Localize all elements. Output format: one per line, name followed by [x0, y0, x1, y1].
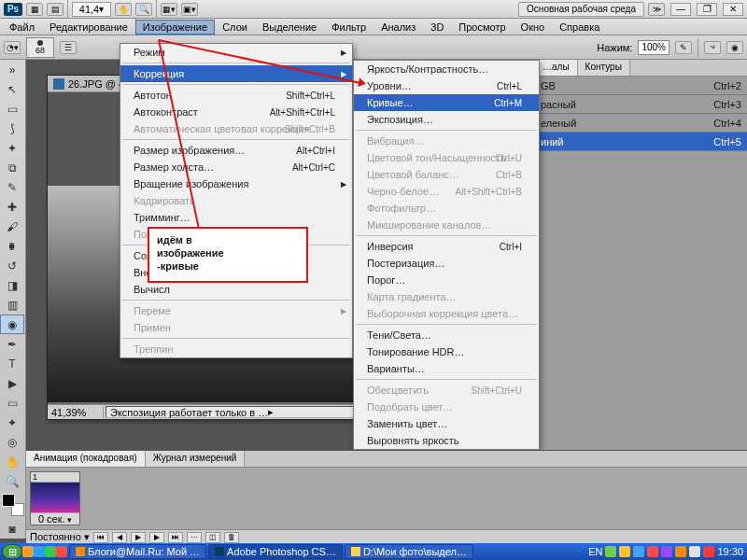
menu-window[interactable]: Окно	[514, 20, 553, 35]
menu-autocontrast[interactable]: АвтоконтрастAlt+Shift+Ctrl+L	[120, 104, 352, 120]
tween-button[interactable]: ⋯	[187, 532, 202, 543]
menu-hdrtoning[interactable]: Тонирование HDR…	[354, 343, 539, 360]
menu-brightcontrast[interactable]: Яркость/Контрастность…	[354, 61, 539, 77]
bridge-button[interactable]: ▦	[26, 3, 43, 16]
path-select-tool[interactable]: ▶	[0, 373, 24, 393]
menu-invert[interactable]: ИнверсияCtrl+I	[354, 238, 539, 255]
menu-autocolor[interactable]: Автоматическая цветовая коррекцияShift+C…	[120, 120, 352, 137]
tray-icon[interactable]	[633, 546, 644, 557]
crop-tool[interactable]: ⧉	[0, 158, 24, 177]
menu-photofilter[interactable]: Фотофильтр…	[354, 200, 539, 217]
stamp-tool[interactable]: ⧯	[0, 236, 24, 256]
dodge-tool[interactable]: ◉	[0, 315, 24, 334]
menu-equalize[interactable]: Выровнять яркость	[354, 432, 539, 449]
menu-calculations[interactable]: Вычисл	[120, 281, 352, 298]
frame-time[interactable]: 0 сек. ▾	[31, 512, 79, 525]
start-button[interactable]: ⊞	[2, 544, 22, 559]
hand-tool-button[interactable]: ✋	[115, 3, 132, 16]
menu-levels[interactable]: Уровни…Ctrl+L	[354, 77, 539, 94]
pressure-field[interactable]: 100%	[638, 40, 669, 55]
menu-exposure[interactable]: Экспозиция…	[354, 111, 539, 128]
gradient-tool[interactable]: ▥	[0, 295, 24, 315]
zoom-field[interactable]: 41,39%	[48, 407, 104, 418]
hand-tool[interactable]: ✋	[0, 452, 24, 471]
tray-icon[interactable]	[675, 546, 686, 557]
menu-canvassize[interactable]: Размер холста…Alt+Ctrl+C	[120, 159, 352, 175]
menu-gradientmap[interactable]: Карта градиента…	[354, 288, 539, 305]
zoom-tool-button[interactable]: 🔍	[135, 3, 152, 16]
menu-select[interactable]: Выделение	[255, 20, 324, 35]
menu-blackwhite[interactable]: Черно-белое…Alt+Shift+Ctrl+B	[354, 183, 539, 200]
tray-icon[interactable]	[619, 546, 630, 557]
menu-applydataset[interactable]: Примен	[120, 319, 352, 336]
menu-variables[interactable]: Переме	[120, 302, 352, 319]
3d-camera-tool[interactable]: ◎	[0, 432, 24, 452]
menu-help[interactable]: Справка	[552, 20, 607, 35]
workspace-switcher[interactable]: Основная рабочая среда	[518, 2, 644, 17]
taskbar-item[interactable]: D:\Мои фото\выдел…	[345, 544, 473, 559]
prev-frame-button[interactable]: ◀	[112, 532, 127, 543]
maximize-button[interactable]: ❐	[697, 3, 717, 16]
close-button[interactable]: ✕	[723, 3, 743, 16]
shape-tool[interactable]: ▭	[0, 393, 24, 413]
lasso-tool[interactable]: ⟆	[0, 119, 24, 138]
menu-desaturate[interactable]: ОбесцветитьShift+Ctrl+U	[354, 382, 539, 399]
menu-rotate[interactable]: Вращение изображения	[120, 175, 352, 192]
eraser-tool[interactable]: ◨	[0, 275, 24, 295]
menu-crop[interactable]: Кадрировать	[120, 192, 352, 209]
zoom-tool[interactable]: 🔍	[0, 471, 24, 491]
pressure-size-icon[interactable]: ◉	[726, 41, 743, 54]
quicklaunch-icon[interactable]	[22, 546, 34, 557]
pressure-opacity-icon[interactable]: ✎	[675, 41, 692, 54]
screenmode-button[interactable]: ▣▾	[181, 3, 198, 16]
delete-frame-button[interactable]: 🗑	[224, 532, 239, 543]
menu-huesat[interactable]: Цветовой тон/Насыщенность…Ctrl+U	[354, 149, 539, 166]
menu-3d[interactable]: 3D	[423, 20, 451, 35]
menu-channelmixer[interactable]: Микширование каналов…	[354, 217, 539, 233]
tool-preset-button[interactable]: ◔▾	[4, 41, 21, 54]
tab-channels[interactable]: …алы	[535, 60, 578, 76]
menu-colorbalance[interactable]: Цветовой баланс…Ctrl+B	[354, 166, 539, 183]
3d-tool[interactable]: ✦	[0, 413, 24, 432]
menu-matchcolor[interactable]: Подобрать цвет…	[354, 399, 539, 415]
menu-posterize[interactable]: Постеризация…	[354, 255, 539, 272]
new-frame-button[interactable]: ◫	[205, 532, 220, 543]
color-swatches[interactable]	[2, 494, 24, 516]
minibridge-button[interactable]: ▤	[47, 3, 63, 16]
tray-icon[interactable]	[605, 546, 616, 557]
channel-green[interactable]: еленыйCtrl+4	[535, 114, 747, 133]
first-frame-button[interactable]: ⏮	[93, 532, 108, 543]
next-frame-button[interactable]: ▶	[149, 532, 164, 543]
taskbar-item[interactable]: Adobe Photoshop CS…	[208, 544, 343, 559]
tray-icon[interactable]	[689, 546, 700, 557]
tray-icon[interactable]	[647, 546, 658, 557]
menu-edit[interactable]: Редактирование	[42, 20, 135, 35]
menu-analysis[interactable]: Анализ	[374, 20, 423, 35]
more-icon[interactable]: ≫	[648, 3, 665, 16]
move-tool[interactable]: ↖	[0, 79, 24, 99]
menu-vibrance[interactable]: Вибрация…	[354, 133, 539, 149]
zoom-dropdown[interactable]: 41,4 ▾	[72, 2, 111, 17]
collapse-icon[interactable]: »	[0, 60, 24, 79]
quicklaunch-icon[interactable]	[34, 546, 45, 557]
loop-dropdown[interactable]: Постоянно ▾	[30, 531, 90, 543]
brush-panel-button[interactable]: ☰	[60, 41, 77, 54]
tray-icon[interactable]	[703, 546, 714, 557]
channel-blue[interactable]: инийCtrl+5	[535, 133, 747, 151]
quicklaunch-icon[interactable]	[56, 546, 67, 557]
menu-trim[interactable]: Тримминг…	[120, 209, 352, 226]
quickselect-tool[interactable]: ✦	[0, 138, 24, 158]
menu-trap[interactable]: Треппин	[120, 341, 352, 357]
menu-variations[interactable]: Варианты…	[354, 360, 539, 377]
menu-mode[interactable]: Режим	[120, 44, 352, 61]
arrange-button[interactable]: ▦▾	[161, 3, 177, 16]
menu-layer[interactable]: Слои	[215, 20, 255, 35]
menu-replacecolor[interactable]: Заменить цвет…	[354, 415, 539, 432]
quicklaunch-icon[interactable]	[45, 546, 56, 557]
language-indicator[interactable]: EN	[588, 546, 602, 557]
pen-tool[interactable]: ✒	[0, 334, 24, 354]
menu-file[interactable]: Файл	[2, 20, 42, 35]
marquee-tool[interactable]: ▭	[0, 99, 24, 119]
menu-shadowshighlights[interactable]: Тени/Света…	[354, 327, 539, 343]
channel-red[interactable]: расныйCtrl+3	[535, 95, 747, 114]
